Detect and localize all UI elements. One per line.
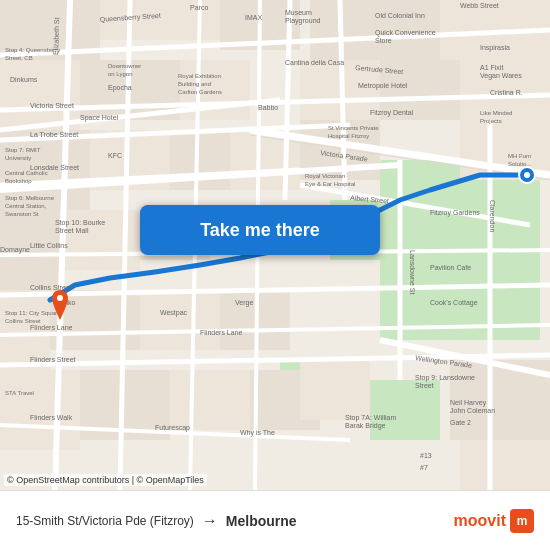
svg-text:STA Travel: STA Travel: [5, 390, 34, 396]
take-me-there-label: Take me there: [200, 220, 320, 241]
svg-rect-22: [0, 370, 80, 450]
svg-text:Street: Street: [415, 382, 434, 389]
svg-text:Inspirasla: Inspirasla: [480, 44, 510, 52]
svg-text:Neil Harvey: Neil Harvey: [450, 399, 487, 407]
svg-text:St Vincents Private: St Vincents Private: [328, 125, 379, 131]
svg-text:Building and: Building and: [178, 81, 211, 87]
svg-text:Fitzroy Gardens: Fitzroy Gardens: [430, 209, 480, 217]
svg-text:Futurescap: Futurescap: [155, 424, 190, 432]
svg-rect-24: [170, 370, 250, 430]
svg-text:Flinders Lane: Flinders Lane: [30, 324, 73, 331]
svg-text:Downtowner: Downtowner: [108, 63, 141, 69]
svg-rect-4: [370, 380, 440, 440]
svg-text:Stop 7A: William: Stop 7A: William: [345, 414, 397, 422]
svg-text:Why is The: Why is The: [240, 429, 275, 437]
svg-text:Lansdowne St: Lansdowne St: [409, 250, 416, 294]
svg-point-143: [57, 295, 63, 301]
svg-text:Store: Store: [375, 37, 392, 44]
svg-text:Stop 4: Queensberry: Stop 4: Queensberry: [5, 47, 60, 53]
svg-text:Little Collins: Little Collins: [30, 242, 68, 249]
svg-text:Parco: Parco: [190, 4, 208, 11]
arrow-icon: →: [202, 512, 218, 530]
svg-text:Cantina della Casa: Cantina della Casa: [285, 59, 344, 66]
take-me-there-button[interactable]: Take me there: [140, 205, 380, 255]
svg-text:Epocha: Epocha: [108, 84, 132, 92]
map-container: Queensberry Street Victoria Street La Tr…: [0, 0, 550, 490]
svg-text:Cook's Cottage: Cook's Cottage: [430, 299, 478, 307]
svg-text:IMAX: IMAX: [245, 14, 262, 21]
svg-rect-20: [140, 290, 220, 350]
svg-text:Verge: Verge: [235, 299, 253, 307]
svg-point-142: [524, 172, 530, 178]
svg-text:Webb Street: Webb Street: [460, 2, 499, 9]
svg-text:Carlton Gardens: Carlton Gardens: [178, 89, 222, 95]
svg-text:John Coleman: John Coleman: [450, 407, 495, 414]
svg-text:Clarendon: Clarendon: [489, 200, 496, 232]
svg-text:Projects: Projects: [480, 118, 502, 124]
svg-rect-35: [460, 440, 550, 490]
svg-text:Stop 7: RMIT: Stop 7: RMIT: [5, 147, 41, 153]
moovit-icon: m: [510, 509, 534, 533]
svg-text:Gate 2: Gate 2: [450, 419, 471, 426]
svg-text:Flinders Lane: Flinders Lane: [200, 329, 243, 336]
route-info: 15-Smith St/Victoria Pde (Fitzroy) → Mel…: [16, 512, 297, 530]
svg-text:Domayne: Domayne: [0, 246, 30, 254]
svg-text:#7: #7: [420, 464, 428, 471]
svg-text:Barak Bridge: Barak Bridge: [345, 422, 386, 430]
svg-text:Bookshop: Bookshop: [5, 178, 32, 184]
svg-text:Vegan Wares: Vegan Wares: [480, 72, 522, 80]
svg-text:Space Hotel: Space Hotel: [80, 114, 119, 122]
svg-text:Stop 6: Melbourne: Stop 6: Melbourne: [5, 195, 55, 201]
svg-text:Playground: Playground: [285, 17, 321, 25]
svg-text:Royal Exhibition: Royal Exhibition: [178, 73, 221, 79]
svg-text:on Lygon: on Lygon: [108, 71, 132, 77]
svg-text:KFC: KFC: [108, 152, 122, 159]
svg-text:Stop 10: Bourke: Stop 10: Bourke: [55, 219, 105, 227]
svg-text:Westpac: Westpac: [160, 309, 188, 317]
svg-text:MH Furn: MH Furn: [508, 153, 531, 159]
svg-text:University: University: [5, 155, 31, 161]
svg-text:Pavilion Cafe: Pavilion Cafe: [430, 264, 471, 271]
svg-text:Quick Convenience: Quick Convenience: [375, 29, 436, 37]
svg-text:Central Catholic: Central Catholic: [5, 170, 48, 176]
svg-text:Cristina R.: Cristina R.: [490, 89, 523, 96]
from-label: 15-Smith St/Victoria Pde (Fitzroy): [16, 514, 194, 528]
svg-text:A1 Fixit: A1 Fixit: [480, 64, 503, 71]
svg-text:Royal Victorian: Royal Victorian: [305, 173, 345, 179]
svg-text:Central Station,: Central Station,: [5, 203, 47, 209]
bottom-bar: 15-Smith St/Victoria Pde (Fitzroy) → Mel…: [0, 490, 550, 550]
svg-text:Babbo: Babbo: [258, 104, 278, 111]
svg-text:Stop 9: Lansdowne: Stop 9: Lansdowne: [415, 374, 475, 382]
svg-text:Flinders Street: Flinders Street: [30, 356, 76, 363]
svg-text:Metropole Hotel: Metropole Hotel: [358, 82, 408, 90]
svg-text:Street Mall: Street Mall: [55, 227, 89, 234]
svg-rect-33: [300, 360, 370, 420]
svg-text:Victoria Street: Victoria Street: [30, 102, 74, 109]
svg-text:#13: #13: [420, 452, 432, 459]
to-label: Melbourne: [226, 513, 297, 529]
moovit-brand-text: moovit: [454, 512, 506, 530]
moovit-logo: moovit m: [454, 509, 534, 533]
svg-text:Eye & Ear Hospital: Eye & Ear Hospital: [305, 181, 355, 187]
svg-text:Flinders Walk: Flinders Walk: [30, 414, 73, 421]
svg-text:Old Colonial Inn: Old Colonial Inn: [375, 12, 425, 19]
svg-text:Museum: Museum: [285, 9, 312, 16]
location-pin: [48, 290, 72, 320]
svg-text:La Trobe Street: La Trobe Street: [30, 131, 78, 138]
svg-text:Like Minded: Like Minded: [480, 110, 512, 116]
map-attribution: © OpenStreetMap contributors | © OpenMap…: [4, 474, 207, 486]
svg-text:Street, CB: Street, CB: [5, 55, 33, 61]
svg-text:Collins Street: Collins Street: [5, 318, 41, 324]
svg-text:Fitzroy Dental: Fitzroy Dental: [370, 109, 414, 117]
svg-text:Hospital Fitzroy: Hospital Fitzroy: [328, 133, 369, 139]
svg-text:Dinkums: Dinkums: [10, 76, 38, 83]
svg-text:Swanston St: Swanston St: [5, 211, 39, 217]
